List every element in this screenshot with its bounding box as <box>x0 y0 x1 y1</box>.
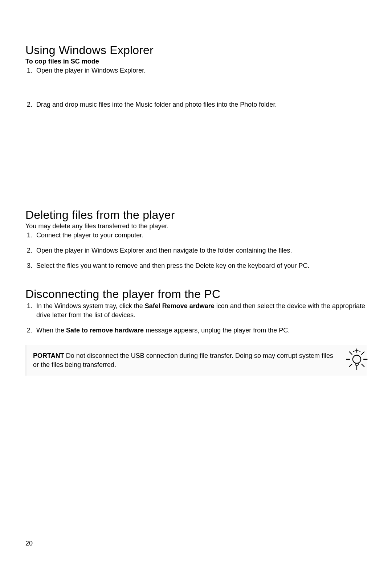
section-using-windows-explorer: Using Windows Explorer To cop files in S… <box>25 44 367 109</box>
text-fragment: When the <box>36 327 66 334</box>
heading-using-windows-explorer: Using Windows Explorer <box>25 44 367 57</box>
important-callout: PORTANT Do not disconnect the USB connec… <box>25 345 367 376</box>
text-bold: Safe to remove hardware <box>66 327 146 334</box>
text-fragment: In the Windows system tray, click the <box>36 302 145 310</box>
svg-point-0 <box>353 355 361 363</box>
svg-line-7 <box>362 352 364 355</box>
callout-label: PORTANT <box>33 352 64 359</box>
svg-line-6 <box>362 364 364 367</box>
section-deleting-files: Deleting files from the player You may d… <box>25 208 367 270</box>
heading-disconnecting: Disconnecting the player from the PC <box>25 287 367 301</box>
svg-line-8 <box>349 364 352 367</box>
step-item: In the Windows system tray, click the Sa… <box>34 302 367 319</box>
step-item: Connect the player to your computer. <box>34 231 367 240</box>
svg-line-9 <box>353 350 357 351</box>
subheading-copy-files: To cop files in SC mode <box>25 58 367 65</box>
step-item: Open the player in Windows Explorer. <box>34 66 367 75</box>
callout-text: Do not disconnect the USB connection dur… <box>33 352 333 368</box>
step-item: Drag and drop music files into the Music… <box>34 100 367 109</box>
section-disconnecting: Disconnecting the player from the PC In … <box>25 287 367 335</box>
lightbulb-icon <box>344 347 369 374</box>
steps-deleting-files: Connect the player to your computer. Ope… <box>25 231 367 270</box>
lead-deleting-files: You may delete any files transferred to … <box>25 222 367 230</box>
steps-disconnecting: In the Windows system tray, click the Sa… <box>25 302 367 335</box>
spacer <box>25 119 367 208</box>
svg-line-5 <box>349 352 352 355</box>
text-bold: Safel Remove ardware <box>145 302 215 310</box>
step-item: When the Safe to remove hardware message… <box>34 326 367 335</box>
step-item: Select the files you want to remove and … <box>34 261 367 270</box>
page: Using Windows Explorer To cop files in S… <box>0 0 392 564</box>
page-number: 20 <box>25 540 33 547</box>
spacer <box>25 280 367 287</box>
text-fragment: message appears, unplug the player from … <box>146 327 290 334</box>
heading-deleting-files: Deleting files from the player <box>25 208 367 222</box>
steps-copy-files: Open the player in Windows Explorer. Dra… <box>25 66 367 109</box>
step-item: Open the player in Windows Explorer and … <box>34 246 367 255</box>
svg-line-10 <box>357 350 360 351</box>
